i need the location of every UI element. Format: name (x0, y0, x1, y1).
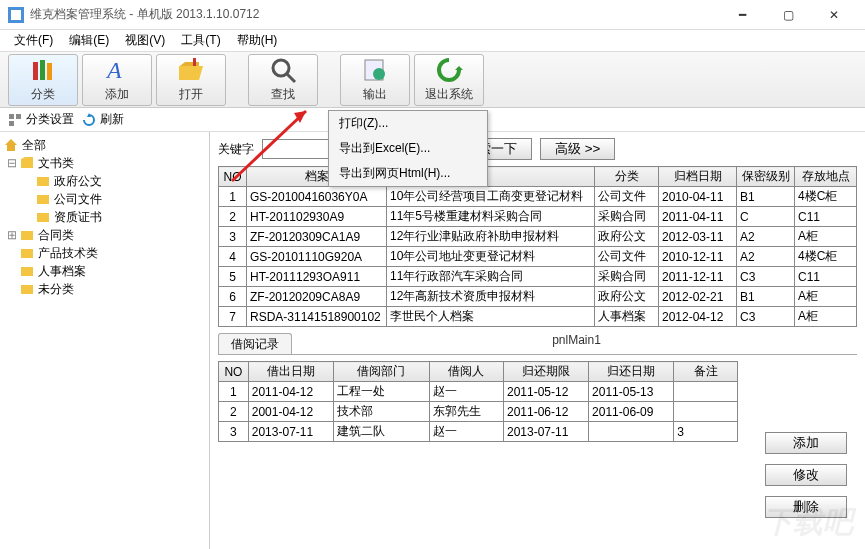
edit-borrow-button[interactable]: 修改 (765, 464, 847, 486)
table-row[interactable]: 2HT-201102930A911年5号楼重建材料采购合同采购合同2011-04… (219, 207, 857, 227)
svg-rect-2 (33, 62, 38, 80)
borrow-table: NO 借出日期 借阅部门 借阅人 归还期限 归还日期 备注 12011-04-1… (218, 361, 738, 442)
category-tree: 全部 ⊟ 文书类 政府公文 公司文件 资质证书 ⊞ 合同类 产品技术类 人事档案… (0, 132, 210, 549)
folder-icon (36, 174, 50, 188)
export-dropdown: 打印(Z)... 导出到Excel(E)... 导出到网页Html(H)... (328, 110, 488, 187)
svg-rect-6 (193, 58, 196, 66)
tab-borrow[interactable]: 借阅记录 (218, 333, 292, 354)
search-icon (269, 56, 297, 84)
svg-rect-4 (47, 63, 52, 80)
menubar: 文件(F) 编辑(E) 视图(V) 工具(T) 帮助(H) (0, 30, 865, 52)
search-label: 关键字 (218, 141, 254, 158)
toolbar-exit-button[interactable]: 退出系统 (414, 54, 484, 106)
folder-open-icon (177, 56, 205, 84)
svg-rect-21 (21, 231, 33, 240)
table-row[interactable]: 6ZF-20120209CA8A912年高新技术资质申报材料政府公文2012-0… (219, 287, 857, 307)
table-row[interactable]: 1GS-20100416036Y0A10年公司经营项目工商变更登记材料公司文件2… (219, 187, 857, 207)
svg-rect-3 (40, 60, 45, 80)
col-loc[interactable]: 存放地点 (795, 167, 857, 187)
col-lvl[interactable]: 保密级别 (737, 167, 795, 187)
toolbar-open-button[interactable]: 打开 (156, 54, 226, 106)
svg-rect-14 (9, 121, 14, 126)
svg-line-8 (287, 74, 295, 82)
toolbar-category-button[interactable]: 分类 (8, 54, 78, 106)
toolbar-export-button[interactable]: 输出 (340, 54, 410, 106)
export-icon (361, 56, 389, 84)
close-button[interactable]: ✕ (811, 0, 857, 30)
table-row[interactable]: 12011-04-12工程一处赵一2011-05-122011-05-13 (219, 382, 738, 402)
watermark: 下载吧 (763, 502, 853, 543)
folder-icon (20, 264, 34, 278)
menu-edit[interactable]: 编辑(E) (61, 30, 117, 51)
books-icon (29, 56, 57, 84)
tree-product[interactable]: 产品技术类 (0, 244, 209, 262)
svg-rect-24 (21, 285, 33, 294)
menu-view[interactable]: 视图(V) (117, 30, 173, 51)
maximize-button[interactable]: ▢ (765, 0, 811, 30)
toolbar-add-button[interactable]: A 添加 (82, 54, 152, 106)
svg-rect-13 (16, 114, 21, 119)
titlebar: 维克档案管理系统 - 单机版 2013.1.10.0712 ━ ▢ ✕ (0, 0, 865, 30)
svg-rect-23 (21, 267, 33, 276)
home-icon (4, 138, 18, 152)
dropdown-html[interactable]: 导出到网页Html(H)... (329, 161, 487, 186)
svg-point-7 (273, 60, 289, 76)
add-icon: A (103, 56, 131, 84)
refresh-icon (82, 113, 96, 127)
add-borrow-button[interactable]: 添加 (765, 432, 847, 454)
svg-marker-16 (5, 139, 17, 145)
refresh-button[interactable]: 刷新 (82, 111, 124, 128)
archives-table: NO 档案 分类 归档日期 保密级别 存放地点 1GS-20100416036Y… (218, 166, 857, 327)
tree-docs[interactable]: ⊟ 文书类 (0, 154, 209, 172)
folder-icon (20, 246, 34, 260)
pnl-label: pnlMain1 (296, 333, 857, 354)
toolbar: 分类 A 添加 打开 查找 输出 退出系统 (0, 52, 865, 108)
detail-tabs: 借阅记录 pnlMain1 (218, 333, 857, 355)
svg-rect-20 (37, 213, 49, 222)
folder-open-icon (20, 156, 34, 170)
table-row[interactable]: 5HT-20111293OA91111年行政部汽车采购合同采购合同2011-12… (219, 267, 857, 287)
search-row: 关键字 搜索一下 高级 >> (210, 132, 865, 166)
svg-point-10 (373, 68, 385, 80)
tree-docs-child[interactable]: 资质证书 (0, 208, 209, 226)
svg-rect-19 (37, 195, 49, 204)
dropdown-print[interactable]: 打印(Z)... (329, 111, 487, 136)
category-settings-button[interactable]: 分类设置 (8, 111, 74, 128)
tree-docs-child[interactable]: 政府公文 (0, 172, 209, 190)
tree-docs-child[interactable]: 公司文件 (0, 190, 209, 208)
folder-icon (36, 210, 50, 224)
table-row[interactable]: 7RSDA-31141518900102李世民个人档案人事档案2012-04-1… (219, 307, 857, 327)
tree-hr[interactable]: 人事档案 (0, 262, 209, 280)
tree-contracts[interactable]: ⊞ 合同类 (0, 226, 209, 244)
window-title: 维克档案管理系统 - 单机版 2013.1.10.0712 (30, 6, 719, 23)
svg-rect-18 (37, 177, 49, 186)
expand-icon[interactable]: ⊞ (4, 228, 20, 242)
app-icon (8, 7, 24, 23)
svg-text:A: A (105, 57, 122, 83)
collapse-icon[interactable]: ⊟ (4, 156, 20, 170)
exit-icon (435, 56, 463, 84)
dropdown-excel[interactable]: 导出到Excel(E)... (329, 136, 487, 161)
menu-help[interactable]: 帮助(H) (229, 30, 286, 51)
col-no[interactable]: NO (219, 167, 247, 187)
menu-file[interactable]: 文件(F) (6, 30, 61, 51)
tree-root[interactable]: 全部 (0, 136, 209, 154)
table-row[interactable]: 22001-04-12技术部东郭先生2011-06-122011-06-09 (219, 402, 738, 422)
table-row[interactable]: 32013-07-11建筑二队赵一2013-07-113 (219, 422, 738, 442)
table-row[interactable]: 4GS-20101110G920A10年公司地址变更登记材料公司文件2010-1… (219, 247, 857, 267)
main-panel: 关键字 搜索一下 高级 >> NO 档案 分类 归档日期 保密级别 存放地点 1… (210, 132, 865, 549)
table-row[interactable]: 3ZF-20120309CA1A912年行业津贴政府补助申报材料政府公文2012… (219, 227, 857, 247)
advanced-button[interactable]: 高级 >> (540, 138, 615, 160)
tree-uncat[interactable]: 未分类 (0, 280, 209, 298)
svg-rect-17 (7, 145, 15, 151)
minimize-button[interactable]: ━ (719, 0, 765, 30)
col-date[interactable]: 归档日期 (659, 167, 737, 187)
toolbar-find-button[interactable]: 查找 (248, 54, 318, 106)
col-cat[interactable]: 分类 (595, 167, 659, 187)
folder-icon (20, 282, 34, 296)
menu-tools[interactable]: 工具(T) (173, 30, 228, 51)
svg-rect-12 (9, 114, 14, 119)
svg-marker-11 (455, 66, 463, 70)
folder-icon (20, 228, 34, 242)
tree-icon (8, 113, 22, 127)
